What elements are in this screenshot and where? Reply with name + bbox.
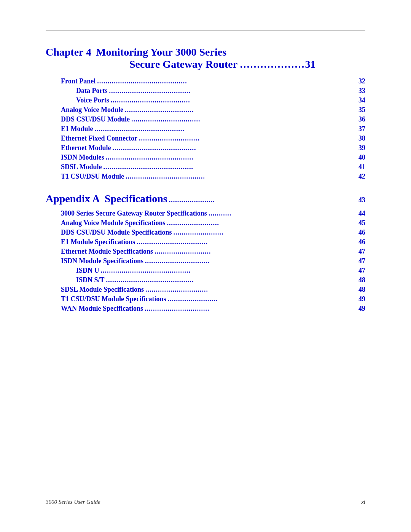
toc-dots: ........................................… [97,77,357,85]
toc-page: 40 [358,153,365,161]
toc-row: T1 CSU/DSU Module ......................… [46,173,365,181]
appendix-toc-page: 44 [358,209,365,217]
appendix-row: T1 CSU/DSU Module Specifications .......… [46,295,365,303]
toc-label: ISDN Modules [61,153,104,161]
chapter-label: Chapter 4 [46,46,91,58]
appendix-row: Analog Voice Module Specifications .....… [46,219,365,227]
appendix-toc-dots: ........................ [168,295,357,303]
appendix-toc-dots: ............................... [145,257,357,265]
toc-page: 41 [358,163,365,171]
toc-entries-container: Front Panel ............................… [46,77,365,181]
chapter-title: Monitoring Your 3000 Series [96,46,226,58]
toc-row: Ethernet Module ........................… [46,144,365,152]
toc-dots: ...................................... [126,173,357,181]
chapter-heading: Chapter 4 Monitoring Your 3000 Series [46,46,365,58]
appendix-row: DDS CSU/DSU Module Specifications ......… [46,228,365,236]
toc-page: 35 [358,106,365,114]
toc-page: 42 [358,173,365,181]
footer-rule [46,490,365,490]
toc-page: 36 [358,115,365,123]
appendix-dots: ...................... [169,196,357,204]
appendix-toc-page: 48 [358,286,365,294]
toc-label: E1 Module [61,125,93,133]
footer: 3000 Series User Guide xi [46,499,365,505]
toc-label: T1 CSU/DSU Module [61,173,124,181]
toc-row: Front Panel ............................… [46,77,365,85]
toc-dots: ....................................... [109,87,357,95]
appendix-toc-label: ISDN S/T [76,276,105,284]
toc-dots: ............................. [139,134,357,142]
toc-label: Data Ports [76,87,107,95]
toc-label: Analog Voice Module [61,106,123,114]
toc-page: 39 [358,144,365,152]
toc-page: 38 [358,134,365,142]
appendix-toc-page: 49 [358,305,365,313]
toc-row: SDSL Module ............................… [46,163,365,171]
toc-label: Front Panel [61,77,96,85]
toc-row: Data Ports .............................… [46,87,365,95]
toc-row: E1 Module ..............................… [46,125,365,133]
appendix-toc-dots: ........................................… [106,276,357,284]
appendix-toc-dots: ......................... [167,219,357,227]
appendix-toc-label: Ethernet Module Specifications [61,248,153,256]
appendix-toc-dots: ............................... [145,305,357,313]
appendix-toc-label: DDS CSU/DSU Module Specifications [61,228,172,236]
appendix-toc-label: Analog Voice Module Specifications [61,219,166,227]
appendix-heading: Appendix A Specifications ..............… [46,193,365,205]
appendix-toc-dots: ........................................… [101,267,357,275]
appendix-toc-page: 47 [358,257,365,265]
toc-dots: ........................................… [104,163,357,171]
appendix-toc-label: ISDN Module Specifications [61,257,143,265]
appendix-page: 43 [358,196,365,204]
appendix-row: SDSL Module Specifications .............… [46,286,365,294]
toc-dots: ........................................ [112,144,357,152]
footer-left: 3000 Series User Guide [46,499,100,505]
page: Chapter 4 Monitoring Your 3000 Series Se… [0,0,411,532]
toc-dots: ................................. [125,106,357,114]
appendix-toc-page: 46 [358,238,365,246]
appendix-toc-page: 45 [358,219,365,227]
appendix-label: Appendix A Specifications [46,193,167,205]
appendix-toc-page: 46 [358,228,365,236]
toc-label: Voice Ports [76,96,109,104]
toc-row: Voice Ports ............................… [46,96,365,104]
top-rule [46,30,365,31]
toc-dots: ........................................… [106,153,357,161]
toc-label: Ethernet Module [61,144,111,152]
appendix-row: Ethernet Module Specifications .........… [46,248,365,256]
appendix-toc-dots: ........................... [155,248,357,256]
appendix-toc-dots: ........................ [174,228,357,236]
toc-dots: ...................................... [111,96,357,104]
appendix-toc-label: WAN Module Specifications [61,305,143,313]
appendix-toc-label: ISDN U [76,267,99,275]
appendix-toc-page: 47 [358,267,365,275]
toc-label: DDS CSU/DSU Module [61,115,130,123]
appendix-toc-label: T1 CSU/DSU Module Specifications [61,295,166,303]
appendix-row: ISDN Module Specifications .............… [46,257,365,265]
toc-page: 32 [358,77,365,85]
toc-label: SDSL Module [61,163,102,171]
toc-page: 34 [358,96,365,104]
appendix-toc-dots: .............................. [145,286,357,294]
appendix-row: ISDN U .................................… [46,267,365,275]
appendix-toc-label: 3000 Series Secure Gateway Router Specif… [61,209,207,217]
appendix-toc-label: E1 Module Specifications [61,238,135,246]
toc-page: 37 [358,125,365,133]
appendix-toc-dots: ........... [209,209,357,217]
chapter-subtitle-row: Secure Gateway Router ..................… [46,58,365,70]
toc-row: Ethernet Fixed Connector ...............… [46,134,365,142]
toc-row: Analog Voice Module ....................… [46,106,365,114]
toc-row: DDS CSU/DSU Module .....................… [46,115,365,123]
appendix-row: 3000 Series Secure Gateway Router Specif… [46,209,365,217]
appendix-toc-page: 48 [358,276,365,284]
appendix-row: E1 Module Specifications ...............… [46,238,365,246]
footer-right: xi [361,499,365,505]
appendix-toc-dots: .................................. [137,238,357,246]
toc-dots: ................................. [131,115,357,123]
toc-page: 33 [358,87,365,95]
appendix-toc-page: 47 [358,248,365,256]
appendix-row: ISDN S/T ...............................… [46,276,365,284]
appendix-toc-page: 49 [358,295,365,303]
appendix-toc-label: SDSL Module Specifications [61,286,144,294]
toc-row: ISDN Modules ...........................… [46,153,365,161]
